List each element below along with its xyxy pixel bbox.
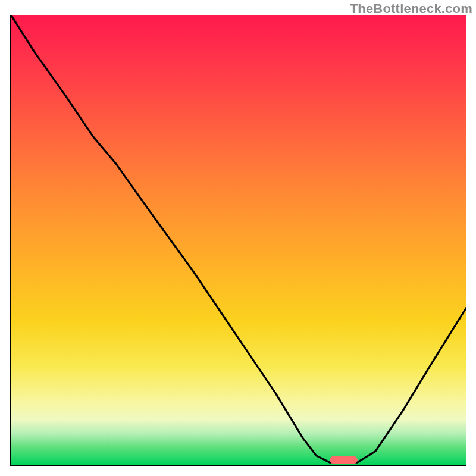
line-overlay [11,15,466,465]
watermark-text: TheBottleneck.com [350,1,472,17]
optimal-marker [330,456,358,464]
plot-area [10,15,466,466]
chart-container: TheBottleneck.com [0,0,476,476]
bottleneck-curve [11,15,466,462]
